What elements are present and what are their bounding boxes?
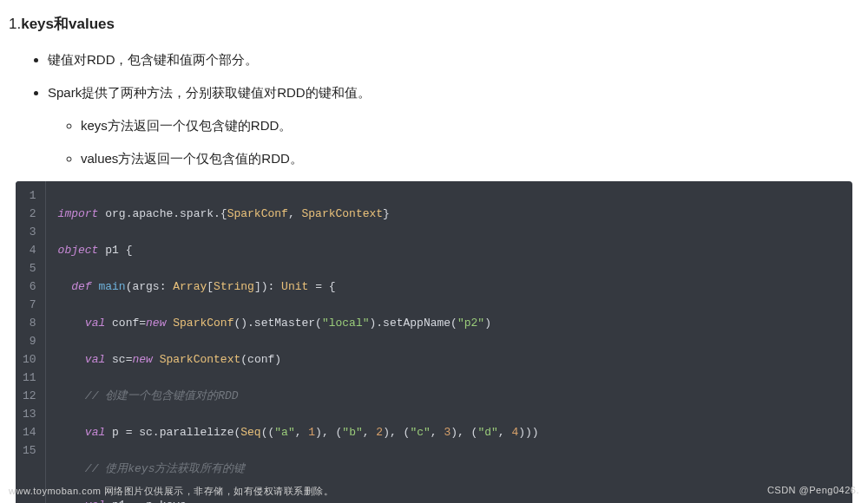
code-content: import org.apache.spark.{SparkConf, Spar… (46, 181, 852, 503)
list-item: keys方法返回一个仅包含键的RDD。 (81, 115, 868, 136)
line-number: 14 (23, 423, 36, 441)
line-number: 10 (23, 350, 36, 369)
list-item: 键值对RDD，包含键和值两个部分。 (48, 49, 868, 70)
list-text: keys方法返回一个仅包含键的RDD。 (81, 118, 292, 133)
code-line: val sc=new SparkContext(conf) (58, 350, 840, 369)
heading-title: keys和values (21, 16, 115, 32)
footer-right: CSDN @Peng0426. (767, 485, 859, 498)
line-number: 4 (23, 241, 36, 259)
line-number: 8 (23, 314, 36, 332)
line-number: 11 (23, 369, 36, 387)
code-line: // 创建一个包含键值对的RDD (58, 387, 840, 405)
line-number: 5 (23, 259, 36, 278)
line-number: 15 (23, 441, 36, 460)
list-item: Spark提供了两种方法，分别获取键值对RDD的键和值。 keys方法返回一个仅… (48, 82, 868, 169)
list-text: values方法返回一个仅包含值的RDD。 (81, 151, 303, 166)
line-number: 6 (23, 278, 36, 296)
code-line: def main(args: Array[String]): Unit = { (58, 278, 840, 296)
line-number: 1 (23, 186, 36, 205)
code-line: val p = sc.parallelize(Seq(("a", 1), ("b… (58, 423, 840, 441)
list-item: values方法返回一个仅包含值的RDD。 (81, 148, 868, 169)
code-gutter: 1 2 3 4 5 6 7 8 9 10 11 12 13 14 15 (16, 181, 46, 503)
line-number: 3 (23, 223, 36, 241)
heading-number: 1. (9, 16, 21, 32)
code-line: // 使用keys方法获取所有的键 (58, 460, 840, 478)
code-line: import org.apache.spark.{SparkConf, Spar… (58, 205, 840, 223)
list-text: Spark提供了两种方法，分别获取键值对RDD的键和值。 (48, 85, 371, 100)
code-line: val conf=new SparkConf().setMaster("loca… (58, 314, 840, 332)
code-block: 1 2 3 4 5 6 7 8 9 10 11 12 13 14 15 impo… (16, 181, 852, 503)
line-number: 2 (23, 205, 36, 223)
footer-left: www.toymoban.com 网络图片仅供展示，非存储，如有侵权请联系删除。 (9, 485, 333, 498)
line-number: 13 (23, 405, 36, 423)
list-text: 键值对RDD，包含键和值两个部分。 (48, 52, 259, 67)
line-number: 9 (23, 332, 36, 350)
line-number: 7 (23, 296, 36, 314)
bullet-list: 键值对RDD，包含键和值两个部分。 Spark提供了两种方法，分别获取键值对RD… (0, 49, 868, 169)
code-line: object p1 { (58, 241, 840, 259)
line-number: 12 (23, 387, 36, 405)
page-footer: www.toymoban.com 网络图片仅供展示，非存储，如有侵权请联系删除。… (9, 485, 859, 498)
section-heading: 1.keys和values (0, 0, 868, 37)
nested-list: keys方法返回一个仅包含键的RDD。 values方法返回一个仅包含值的RDD… (48, 115, 868, 169)
